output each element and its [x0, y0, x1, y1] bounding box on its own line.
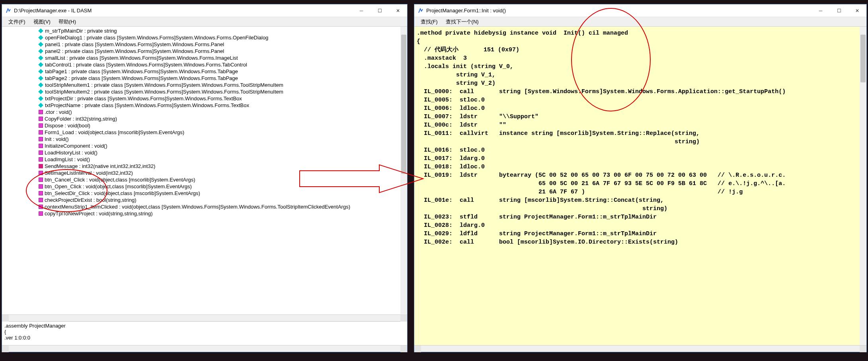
tree-node[interactable]: LoadHistoryList : void()	[38, 149, 407, 156]
menu-find[interactable]: 查找(F)	[417, 18, 442, 26]
tree-node[interactable]: Form1_Load : void(object,class [mscorlib…	[38, 129, 407, 136]
tree-node-label: tabPage2 : private class [System.Windows…	[45, 75, 238, 82]
maximize-button[interactable]: ☐	[371, 5, 389, 17]
tree-node[interactable]: panel2 : private class [System.Windows.F…	[38, 48, 407, 55]
menu-find-next[interactable]: 查找下一个(N)	[442, 18, 483, 26]
close-button[interactable]: ✕	[389, 5, 407, 17]
horizontal-scrollbar[interactable]	[414, 345, 866, 352]
menu-help[interactable]: 帮助(H)	[55, 18, 80, 26]
tree-node-label: tabPage1 : private class [System.Windows…	[45, 68, 238, 75]
field-icon	[38, 42, 43, 47]
tree-node-label: tabControl1 : private class [System.Wind…	[45, 61, 247, 68]
titlebar-left[interactable]: D:\ProjectManager.exe - IL DASM ─ ☐ ✕	[2, 4, 407, 17]
method-icon	[39, 171, 43, 175]
static-method-icon	[39, 164, 43, 168]
tree-node[interactable]: Init : void()	[38, 136, 407, 142]
field-icon	[38, 76, 43, 81]
tree-node[interactable]: .ctor : void()	[38, 109, 407, 115]
window-controls: ─ ☐ ✕	[352, 5, 407, 17]
method-icon	[39, 211, 43, 216]
tree-node[interactable]: copyTplToNewProject : void(string,string…	[38, 210, 407, 217]
tree-node[interactable]: SendMessage : int32(native int,int32,int…	[38, 163, 407, 170]
tree-node-label: txtProjectName : private class [System.W…	[45, 102, 249, 109]
field-icon	[38, 96, 43, 101]
tree-node[interactable]: tabControl1 : private class [System.Wind…	[38, 61, 407, 68]
tree-node[interactable]: panel1 : private class [System.Windows.F…	[38, 41, 407, 48]
field-icon	[38, 62, 43, 67]
menubar-right: 查找(F) 查找下一个(N)	[414, 17, 866, 27]
method-icon	[39, 123, 43, 128]
field-icon	[38, 55, 43, 60]
tree-node[interactable]: InitializeComponent : void()	[38, 142, 407, 149]
tree-node[interactable]: btn_SelectDir_Click : void(object,class …	[38, 190, 407, 197]
vertical-scrollbar[interactable]	[860, 27, 866, 345]
titlebar-right[interactable]: ProjectManager.Form1::Init : void() ─ ☐ …	[414, 4, 866, 17]
horizontal-scrollbar-status[interactable]	[2, 345, 407, 352]
tree-node-label: btn_Cancel_Click : void(object,class [ms…	[45, 176, 195, 183]
tree-node[interactable]: txtProjectDir : private class [System.Wi…	[38, 95, 407, 102]
tree-node[interactable]: LoadImgList : void()	[38, 156, 407, 163]
minimize-button[interactable]: ─	[352, 5, 371, 17]
method-icon	[39, 157, 43, 162]
il-code-view[interactable]: .method private hidebysig instance void …	[414, 27, 866, 345]
vertical-scrollbar[interactable]	[400, 27, 407, 314]
tree-node[interactable]: Dispose : void(bool)	[38, 122, 407, 129]
tree-node-label: panel2 : private class [System.Windows.F…	[45, 48, 224, 55]
tree-node-label: Dispose : void(bool)	[45, 122, 90, 129]
tree-node-label: checkProjectDirExist : bool(string,strin…	[45, 197, 136, 203]
method-icon	[39, 144, 43, 148]
window-title: D:\ProjectManager.exe - IL DASM	[14, 8, 352, 14]
window-title: ProjectManager.Form1::Init : void()	[426, 8, 811, 14]
field-icon	[38, 103, 43, 108]
horizontal-scrollbar-tree[interactable]	[2, 314, 407, 321]
tree-node-label: .ctor : void()	[45, 109, 72, 115]
tree-node[interactable]: SetImageListInterval : void(int32,int32)	[38, 170, 407, 176]
field-icon	[38, 28, 43, 33]
tree-node[interactable]: tabPage2 : private class [System.Windows…	[38, 75, 407, 82]
tree-node[interactable]: smallList : private class [System.Window…	[38, 55, 407, 61]
tree-node-label: LoadImgList : void()	[45, 156, 90, 163]
ildasm-disasm-window: ProjectManager.Form1::Init : void() ─ ☐ …	[414, 4, 867, 352]
method-icon	[39, 117, 43, 121]
tree-node-label: toolStripMenuItem2 : private class [Syst…	[45, 88, 283, 95]
field-icon	[38, 89, 43, 94]
method-icon	[39, 198, 43, 202]
app-icon	[417, 8, 424, 14]
tree-node-label: txtProjectDir : private class [System.Wi…	[45, 95, 242, 102]
tree-node[interactable]: btn_Open_Click : void(object,class [msco…	[38, 183, 407, 190]
tree-node[interactable]: m_strTplMainDir : private string	[38, 27, 407, 34]
tree-node[interactable]: openFileDialog1 : private class [System.…	[38, 34, 407, 41]
menu-view[interactable]: 视图(V)	[29, 18, 55, 26]
method-icon	[39, 178, 43, 182]
field-icon	[38, 49, 43, 54]
tree-node-label: LoadHistoryList : void()	[45, 149, 98, 156]
close-button[interactable]: ✕	[848, 5, 866, 17]
tree-node-label: InitializeComponent : void()	[45, 142, 107, 149]
method-icon	[39, 130, 43, 135]
tree-node[interactable]: txtProjectName : private class [System.W…	[38, 102, 407, 109]
tree-view[interactable]: m_strTplMainDir : private stringopenFile…	[2, 27, 407, 314]
menubar-left: 文件(F) 视图(V) 帮助(H)	[2, 17, 407, 27]
tree-node-label: contextMenuStrip1_ItemClicked : void(obj…	[45, 203, 350, 210]
tree-node[interactable]: toolStripMenuItem1 : private class [Syst…	[38, 82, 407, 88]
tree-node[interactable]: toolStripMenuItem2 : private class [Syst…	[38, 88, 407, 95]
tree-node[interactable]: CopyFolder : int32(string,string)	[38, 115, 407, 122]
window-controls: ─ ☐ ✕	[811, 5, 866, 17]
menu-file[interactable]: 文件(F)	[4, 18, 29, 26]
maximize-button[interactable]: ☐	[830, 5, 848, 17]
tree-node[interactable]: tabPage1 : private class [System.Windows…	[38, 68, 407, 75]
tree-node-label: copyTplToNewProject : void(string,string…	[45, 210, 153, 217]
tree-node-label: SetImageListInterval : void(int32,int32)	[45, 170, 133, 176]
field-icon	[38, 82, 43, 88]
tree-node[interactable]: btn_Cancel_Click : void(object,class [ms…	[38, 176, 407, 183]
tree-node-label: SendMessage : int32(native int,int32,int…	[45, 163, 155, 170]
tree-node[interactable]: contextMenuStrip1_ItemClicked : void(obj…	[38, 203, 407, 210]
tree-node[interactable]: checkProjectDirExist : bool(string,strin…	[38, 197, 407, 203]
tree-node-label: Form1_Load : void(object,class [mscorlib…	[45, 129, 184, 136]
tree-node-label: Init : void()	[45, 136, 69, 142]
minimize-button[interactable]: ─	[811, 5, 830, 17]
assembly-info-pane: .assembly ProjectManager { .ver 1:0:0:0	[2, 321, 407, 345]
tree-node-label: btn_Open_Click : void(object,class [msco…	[45, 183, 192, 190]
method-icon	[39, 150, 43, 155]
tree-node-label: CopyFolder : int32(string,string)	[45, 115, 117, 122]
